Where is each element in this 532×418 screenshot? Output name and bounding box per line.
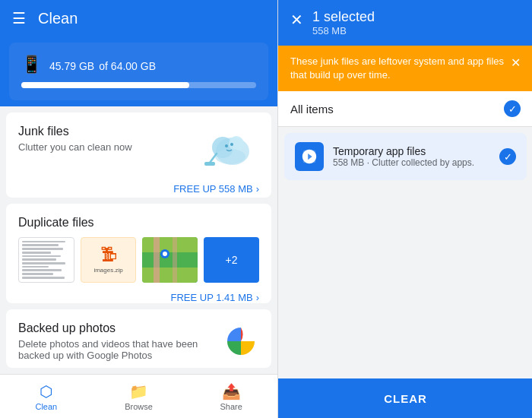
- backed-card-subtitle: Delete photos and videos that have been …: [18, 338, 214, 361]
- junk-files-card: Junk files Clutter you can clean now: [6, 112, 271, 198]
- file-item-check: ✓: [499, 148, 516, 165]
- duplicate-free-up-link[interactable]: FREE UP 1.41 MB ›: [18, 292, 259, 303]
- thumb-zip: 🗜 images.zip: [81, 237, 137, 283]
- thumb-plus: +2: [204, 237, 259, 283]
- svg-rect-11: [173, 237, 177, 283]
- zip-label: images.zip: [93, 267, 122, 274]
- selected-info: 1 selected 558 MB: [312, 9, 521, 36]
- warning-banner: These junk files are leftover system and…: [278, 46, 532, 91]
- google-photos-icon: [223, 323, 259, 359]
- thumb-map: [142, 237, 198, 283]
- storage-progress-bg: [21, 82, 256, 88]
- nav-item-browse[interactable]: 📁 Browse: [93, 375, 185, 418]
- file-item[interactable]: Temporary app files 558 MB · Clutter col…: [284, 133, 527, 180]
- svg-rect-7: [204, 162, 215, 166]
- clear-button[interactable]: CLEAR: [278, 378, 532, 418]
- junk-card-title: Junk files: [18, 125, 132, 138]
- duplicate-thumbs: 🗜 images.zip +2: [18, 237, 259, 283]
- storage-total-label: of: [99, 60, 111, 72]
- storage-amount: 45.79 GB of 64.00 GB: [49, 55, 156, 74]
- bottom-nav: ⬡ Clean 📁 Browse 📤 Share: [0, 374, 277, 418]
- thumb-doc: [18, 237, 74, 283]
- all-items-label: All items: [290, 103, 334, 116]
- svg-rect-9: [142, 252, 198, 268]
- right-spacer: [278, 186, 532, 378]
- nav-item-clean[interactable]: ⬡ Clean: [0, 375, 93, 418]
- clean-nav-label: Clean: [35, 402, 57, 411]
- junk-free-up-link[interactable]: FREE UP 558 MB ›: [18, 183, 259, 195]
- junk-illustration: [198, 125, 259, 174]
- file-type-icon: [295, 142, 324, 171]
- file-meta: 558 MB · Clutter collected by apps.: [333, 157, 490, 168]
- duplicate-card-title: Duplicate files: [18, 216, 259, 230]
- chevron-right-icon-2: ›: [256, 292, 259, 303]
- share-nav-label: Share: [220, 402, 242, 411]
- backed-text: Backed up photos Delete photos and video…: [18, 321, 223, 361]
- junk-card-subtitle: Clutter you can clean now: [18, 141, 132, 153]
- backed-photos-card: Backed up photos Delete photos and video…: [6, 309, 271, 368]
- storage-header: 📱 45.79 GB of 64.00 GB: [21, 55, 256, 74]
- left-panel: ☰ Clean 📱 45.79 GB of 64.00 GB Junk file…: [0, 0, 277, 418]
- phone-icon: 📱: [21, 55, 42, 74]
- backed-card-title: Backed up photos: [18, 321, 214, 335]
- svg-point-5: [230, 143, 233, 146]
- browse-nav-icon: 📁: [129, 382, 148, 401]
- chevron-right-icon: ›: [256, 183, 259, 195]
- right-panel: ✕ 1 selected 558 MB These junk files are…: [278, 0, 532, 418]
- close-button[interactable]: ✕: [290, 11, 303, 29]
- browse-nav-label: Browse: [125, 402, 153, 411]
- share-nav-icon: 📤: [222, 382, 241, 401]
- zip-icon: 🗜: [100, 245, 117, 265]
- storage-card: 📱 45.79 GB of 64.00 GB: [9, 43, 268, 100]
- right-header: ✕ 1 selected 558 MB: [278, 0, 532, 46]
- app-title: Clean: [38, 10, 78, 27]
- backed-card-content: Backed up photos Delete photos and video…: [18, 321, 259, 361]
- svg-point-13: [163, 252, 167, 256]
- all-items-check: ✓: [504, 100, 521, 117]
- top-bar: ☰ Clean: [0, 0, 277, 36]
- all-items-section[interactable]: All items ✓: [278, 91, 532, 127]
- selected-size: 558 MB: [312, 25, 521, 36]
- file-name: Temporary app files: [333, 145, 490, 157]
- file-info: Temporary app files 558 MB · Clutter col…: [333, 145, 490, 168]
- clean-nav-icon: ⬡: [40, 382, 52, 401]
- selected-count: 1 selected: [312, 9, 521, 25]
- nav-item-share[interactable]: 📤 Share: [185, 375, 277, 418]
- svg-rect-10: [154, 237, 160, 283]
- hamburger-icon[interactable]: ☰: [12, 9, 26, 27]
- cards-area: Junk files Clutter you can clean now: [0, 106, 277, 374]
- duplicate-files-card: Duplicate files �: [6, 204, 271, 303]
- storage-used: 45.79 GB of 64.00 GB: [49, 55, 156, 74]
- storage-progress-fill: [21, 82, 189, 88]
- warning-text: These junk files are leftover system and…: [290, 55, 505, 82]
- warning-close-button[interactable]: ✕: [511, 55, 521, 70]
- svg-point-4: [225, 144, 228, 147]
